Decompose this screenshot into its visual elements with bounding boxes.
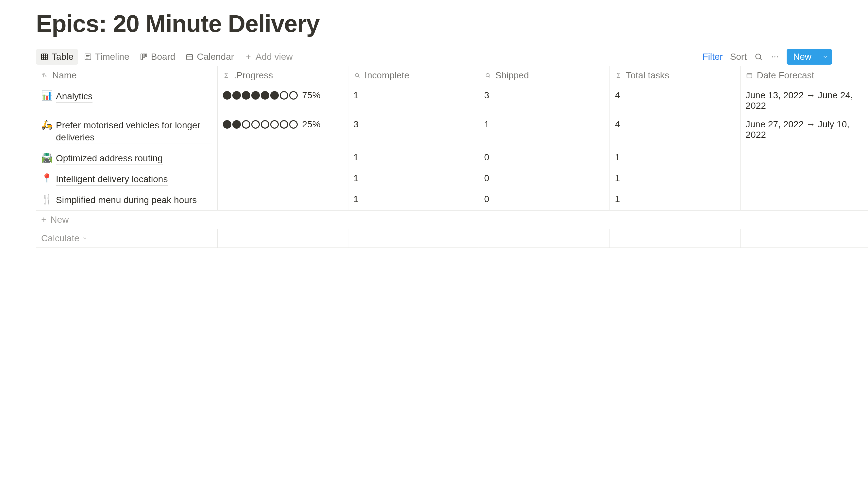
tab-calendar[interactable]: Calendar (181, 49, 239, 65)
svg-point-21 (774, 56, 775, 57)
cell-total: 1 (609, 190, 740, 211)
view-bar: Table Timeline Board Calendar Add view (36, 47, 832, 66)
cell-name[interactable]: 📊Analytics (36, 86, 217, 115)
tab-label: Timeline (95, 51, 129, 62)
progress-percent: 25% (302, 119, 321, 130)
cell-total: 4 (609, 115, 740, 148)
row-name-text: Intelligent delivery locations (56, 173, 168, 186)
tab-board[interactable]: Board (135, 49, 180, 65)
text-icon: a (41, 72, 48, 79)
cell-incomplete: 1 (348, 190, 479, 211)
cell-name[interactable]: 📍Intelligent delivery locations (36, 169, 217, 190)
database-table: a Name .Progress Incomple (36, 66, 868, 248)
cell-progress (217, 190, 348, 211)
search-icon (354, 72, 361, 79)
progress-dot (270, 120, 279, 129)
cell-name[interactable]: 🍴Simplified menu during peak hours (36, 190, 217, 211)
cell-name[interactable]: 🛣️Optimized address routing (36, 148, 217, 169)
sigma-icon (223, 72, 230, 79)
table-row[interactable]: 🍴Simplified menu during peak hours101 (36, 190, 868, 211)
cell-date: June 13, 2022 → June 24, 2022 (740, 86, 868, 115)
more-icon[interactable] (770, 52, 780, 61)
new-button-dropdown[interactable] (818, 49, 832, 65)
progress-dots (223, 91, 298, 100)
progress-dot (251, 120, 260, 129)
column-label: .Progress (234, 70, 273, 81)
cell-shipped: 3 (479, 86, 609, 115)
search-icon[interactable] (754, 52, 763, 61)
svg-line-19 (760, 58, 762, 60)
svg-rect-0 (41, 54, 47, 60)
new-row-button[interactable]: +New (36, 211, 868, 229)
row-name-text: Prefer motorised vehicles for longer del… (56, 119, 212, 144)
cell-total: 1 (609, 169, 740, 190)
table-row[interactable]: 📍Intelligent delivery locations101 (36, 169, 868, 190)
calendar-icon (186, 53, 194, 61)
add-view-button[interactable]: Add view (240, 49, 297, 65)
new-button-label[interactable]: New (787, 49, 818, 65)
progress-dot (261, 120, 269, 129)
progress-dot (280, 120, 288, 129)
page-title: Epics: 20 Minute Delivery (36, 10, 832, 38)
row-name-text: Simplified menu during peak hours (56, 194, 197, 207)
calculate-row: Calculate (36, 229, 868, 248)
cell-progress: 25% (217, 115, 348, 148)
progress-dot (223, 120, 231, 129)
progress-percent: 75% (302, 90, 321, 101)
row-emoji-icon: 📊 (41, 90, 53, 101)
cell-shipped: 0 (479, 148, 609, 169)
row-emoji-icon: 🍴 (41, 194, 53, 205)
row-emoji-icon: 📍 (41, 173, 53, 184)
column-header-incomplete[interactable]: Incomplete (348, 66, 479, 86)
svg-rect-11 (145, 54, 147, 57)
board-icon (140, 53, 148, 61)
table-row[interactable]: 🛣️Optimized address routing101 (36, 148, 868, 169)
svg-rect-12 (187, 55, 193, 60)
row-name-text: Analytics (56, 90, 93, 103)
progress-dot (289, 120, 298, 129)
progress-dot (233, 91, 241, 100)
cell-total: 4 (609, 86, 740, 115)
column-header-shipped[interactable]: Shipped (479, 66, 609, 86)
chevron-down-icon (82, 236, 87, 241)
progress-dot (223, 91, 231, 100)
tab-label: Board (151, 51, 176, 62)
column-header-total[interactable]: Total tasks (609, 66, 740, 86)
svg-rect-10 (143, 54, 145, 58)
cell-name[interactable]: 🛵Prefer motorised vehicles for longer de… (36, 115, 217, 148)
search-icon (484, 72, 491, 79)
plus-icon: + (41, 215, 46, 224)
svg-text:a: a (45, 74, 47, 78)
table-row[interactable]: 📊Analytics75%134June 13, 2022 → June 24,… (36, 86, 868, 115)
tab-table[interactable]: Table (36, 49, 78, 65)
progress-dot (289, 91, 298, 100)
cell-incomplete: 1 (348, 86, 479, 115)
row-name-text: Optimized address routing (56, 152, 163, 165)
column-header-progress[interactable]: .Progress (217, 66, 348, 86)
cell-incomplete: 1 (348, 148, 479, 169)
progress-dot (251, 91, 260, 100)
sort-button[interactable]: Sort (730, 51, 747, 62)
cell-incomplete: 1 (348, 169, 479, 190)
column-label: Total tasks (626, 70, 669, 81)
cell-shipped: 0 (479, 169, 609, 190)
calendar-icon (746, 72, 753, 79)
column-label: Name (52, 70, 77, 81)
column-label: Shipped (496, 70, 529, 81)
view-tabs: Table Timeline Board Calendar Add view (36, 49, 297, 65)
column-header-name[interactable]: a Name (36, 66, 217, 86)
table-row[interactable]: 🛵Prefer motorised vehicles for longer de… (36, 115, 868, 148)
tab-timeline[interactable]: Timeline (79, 49, 134, 65)
progress-dots (223, 120, 298, 129)
new-row-label: New (50, 215, 68, 224)
svg-rect-9 (141, 54, 142, 60)
add-view-label: Add view (256, 51, 293, 62)
filter-button[interactable]: Filter (702, 51, 723, 62)
column-label: Incomplete (365, 70, 409, 81)
column-header-date[interactable]: Date Forecast (740, 66, 868, 86)
tab-label: Calendar (197, 51, 234, 62)
calculate-button[interactable]: Calculate (36, 229, 217, 248)
progress-dot (270, 91, 279, 100)
cell-date: June 27, 2022 → July 10, 2022 (740, 115, 868, 148)
cell-shipped: 1 (479, 115, 609, 148)
